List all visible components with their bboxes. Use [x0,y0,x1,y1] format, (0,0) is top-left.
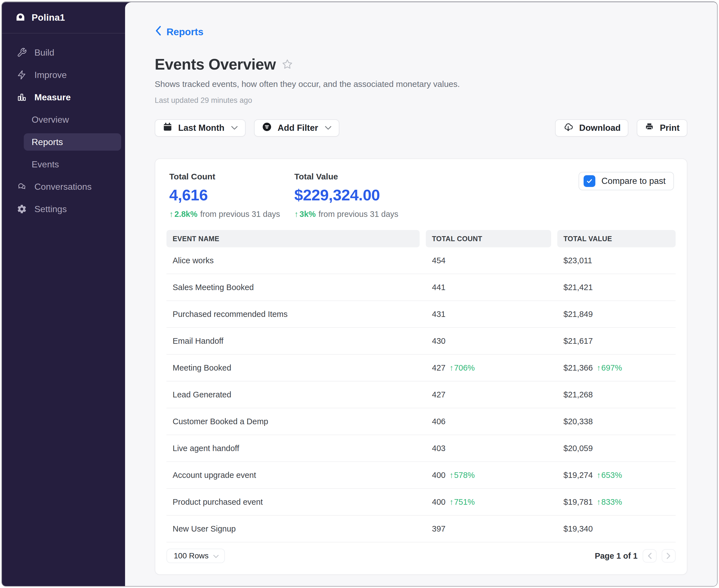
window-frame: Polina1 Build Improve [1,1,718,587]
app-logo-icon [16,13,25,22]
total-count-value: 397 [432,524,445,533]
event-name-cell: Product purchased event [166,489,420,515]
previous-page-button[interactable] [643,549,657,563]
sidebar-item-label: Reports [32,137,63,147]
page-description: Shows tracked events, how often they occ… [155,79,687,89]
event-name: Product purchased event [173,498,263,507]
event-name: Sales Meeting Booked [173,283,254,292]
stat-total-count: Total Count 4,616 2.8k% from previous 31… [169,172,294,219]
table-row: Alice works 454 $23,011 [166,247,676,274]
event-name: Account upgrade event [173,470,256,480]
card-footer: 100 Rows Page 1 of 1 [155,543,687,574]
total-value-value: $21,421 [563,283,593,292]
total-value-value: $21,366 [563,363,593,373]
total-count-value: 427 [432,390,445,399]
add-filter-button[interactable]: Add Filter [254,119,339,136]
title-row: Events Overview [155,55,687,73]
total-value-value: $19,274 [563,470,593,480]
value-delta: 653% [597,470,622,480]
table-body: Alice works 454 $23,011 Sales Meeting Bo… [166,247,676,543]
event-name-cell: Account upgrade event [166,462,420,488]
total-value-cell: $21,366 697% [557,355,676,381]
event-name: Meeting Booked [173,363,232,373]
total-value-value: $20,338 [563,417,593,426]
total-count-cell: 430 [426,328,551,354]
table-row: Live agent handoff 403 $20,059 [166,435,676,462]
workspace-header[interactable]: Polina1 [2,2,125,34]
sidebar-item-overview[interactable]: Overview [2,108,125,131]
wrench-icon [17,47,27,58]
chevron-down-icon [231,126,238,130]
rows-per-page-select[interactable]: 100 Rows [166,549,225,563]
date-filter-button[interactable]: Last Month [155,119,246,136]
compare-to-past-toggle[interactable]: Compare to past [579,172,674,190]
table-row: Product purchased event 400 751% $19,781… [166,489,676,516]
total-count-cell: 427 [426,381,551,408]
sidebar-nav: Build Improve Measure [2,34,125,220]
sidebar-item-label: Conversations [35,182,92,192]
event-name-cell: Customer Booked a Demp [166,408,420,435]
favorite-star-icon[interactable] [281,58,293,70]
lightning-icon [17,69,27,80]
checkbox-checked-icon[interactable] [584,175,595,187]
add-filter-label: Add Filter [278,123,318,133]
page-title: Events Overview [155,55,276,73]
total-value-value: $19,340 [563,524,593,533]
total-count-cell: 403 [426,435,551,461]
column-header-total-value[interactable]: TOTAL VALUE [557,230,676,247]
sidebar-item-events[interactable]: Events [2,153,125,175]
total-value-cell: $21,421 [557,274,676,300]
total-count-value: 441 [432,283,445,292]
workspace-name: Polina1 [32,12,65,23]
chevron-down-icon [325,126,332,130]
sidebar-item-label: Events [32,159,59,170]
event-name: Purchased recommended Items [173,310,287,319]
column-header-event-name[interactable]: EVENT NAME [166,230,420,247]
delta-caption: from previous 31 days [200,210,280,219]
table-row: Purchased recommended Items 431 $21,849 [166,301,676,328]
event-name: Live agent handoff [173,444,239,453]
event-name: Alice works [173,256,214,265]
chat-bubbles-icon [17,181,27,192]
event-name-cell: New User Signup [166,516,420,542]
count-delta: 751% [449,498,475,507]
stats-row: Total Count 4,616 2.8k% from previous 31… [155,159,687,230]
last-updated: Last updated 29 minutes ago [155,96,687,105]
event-name-cell: Lead Generated [166,381,420,408]
rows-per-page-label: 100 Rows [174,551,209,560]
sidebar-item-conversations[interactable]: Conversations [2,175,125,198]
sidebar-item-label: Settings [35,204,67,214]
events-table: EVENT NAME TOTAL COUNT TOTAL VALUE Alice… [155,230,687,543]
chevron-down-icon [213,551,219,560]
back-link[interactable]: Reports [155,26,203,38]
value-delta: 833% [597,498,622,507]
event-name: New User Signup [173,524,236,533]
sidebar-item-reports[interactable]: Reports [24,133,121,151]
page-indicator: Page 1 of 1 [595,551,638,561]
download-button[interactable]: Download [555,119,628,136]
calendar-icon [162,122,173,134]
print-label: Print [660,123,680,133]
total-count-cell: 397 [426,516,551,542]
sidebar-item-build[interactable]: Build [2,41,125,64]
sidebar: Polina1 Build Improve [2,2,125,586]
pagination: Page 1 of 1 [595,549,676,563]
total-value-cell: $20,059 [557,435,676,461]
download-label: Download [579,123,620,133]
sidebar-item-measure[interactable]: Measure [2,86,125,108]
print-button[interactable]: Print [637,119,687,136]
export-group: Download Print [555,119,687,136]
gear-icon [17,204,27,214]
bar-chart-icon [17,92,27,103]
stat-delta: 2.8k% from previous 31 days [169,210,294,219]
column-header-total-count[interactable]: TOTAL COUNT [426,230,551,247]
sidebar-item-improve[interactable]: Improve [2,64,125,86]
event-name-cell: Sales Meeting Booked [166,274,420,300]
stat-delta: 3k% from previous 31 days [294,210,579,219]
next-page-button[interactable] [662,549,676,563]
event-name: Lead Generated [173,390,232,399]
total-count-cell: 431 [426,301,551,327]
total-count-value: 400 [432,498,445,507]
total-count-value: 430 [432,336,445,346]
sidebar-item-settings[interactable]: Settings [2,198,125,220]
